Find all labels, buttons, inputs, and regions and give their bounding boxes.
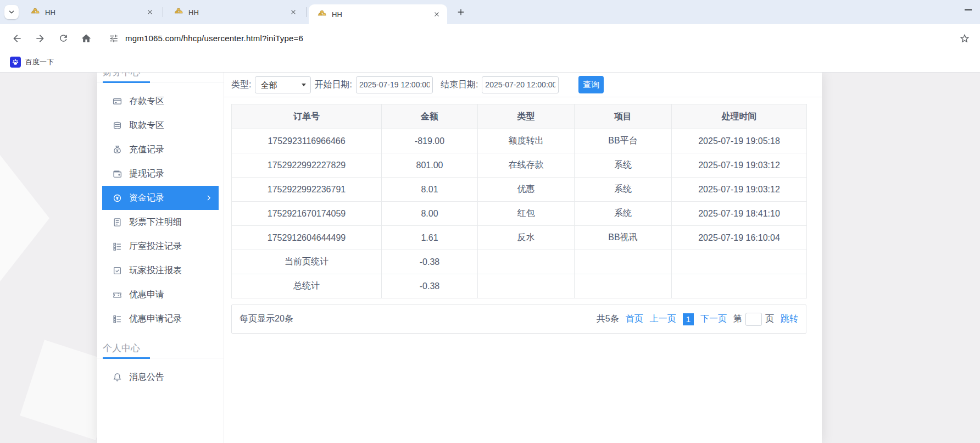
table-row: 1752923116966466 -819.00 额度转出 BB平台 2025-…: [232, 129, 807, 153]
cell-process-time: 2025-07-19 19:03:12: [672, 178, 807, 202]
bookmark-star-button[interactable]: [956, 30, 973, 47]
sidebar-item-label: 玩家投注报表: [129, 265, 182, 276]
cell-empty: [478, 274, 575, 298]
cell-order-no: 1752912604644499: [232, 226, 382, 250]
next-page-link[interactable]: 下一页: [700, 313, 727, 325]
finance-menu: 存款专区 取款专区 充值记录: [97, 89, 224, 331]
coin-yuan-icon: [113, 193, 122, 203]
end-date-input[interactable]: [482, 76, 559, 93]
sidebar-item-message-announcements[interactable]: 消息公告: [102, 365, 219, 389]
sidebar-item-promo-apply[interactable]: 优惠申请: [102, 283, 219, 307]
start-date-label: 开始日期:: [314, 79, 352, 91]
cell-empty: [478, 250, 575, 274]
back-button[interactable]: [8, 29, 26, 48]
sidebar-item-lottery-bet-details[interactable]: 彩票下注明细: [102, 210, 219, 234]
first-page-link[interactable]: 首页: [626, 313, 643, 325]
bookmark-baidu[interactable]: 百度一下: [5, 54, 58, 70]
sidebar-item-label: 厅室投注记录: [129, 241, 182, 252]
browser-navbar: mgm1065.com/hhcp/usercenter.html?iniType…: [0, 24, 980, 52]
prev-page-link[interactable]: 上一页: [650, 313, 676, 325]
browser-tab-3-active[interactable]: HH: [309, 4, 447, 24]
table-header-row: 订单号 金额 类型 项目 处理时间: [232, 104, 807, 129]
cell-empty: [575, 274, 672, 298]
cell-empty: [672, 274, 807, 298]
sidebar-item-player-bet-report[interactable]: 玩家投注报表: [102, 258, 219, 283]
tab-divider: [163, 7, 163, 17]
document-icon: [113, 218, 122, 227]
cell-amount: -0.38: [382, 250, 478, 274]
bank-card-icon: [113, 97, 122, 106]
tab-close-icon[interactable]: [145, 7, 155, 17]
type-label: 类型:: [231, 79, 251, 91]
sidebar-item-withdraw-zone[interactable]: 取款专区: [102, 113, 219, 137]
tab-close-icon[interactable]: [288, 7, 298, 17]
new-tab-button[interactable]: [454, 5, 468, 19]
list-records-icon: [113, 314, 122, 324]
cell-amount: 8.00: [382, 202, 478, 226]
url-text[interactable]: mgm1065.com/hhcp/usercenter.html?iniType…: [125, 34, 303, 43]
sidebar-item-fund-records[interactable]: 资金记录: [102, 186, 219, 210]
section-finance-label: 财务中心: [103, 73, 140, 77]
list-icon: [113, 242, 122, 251]
cell-project: BB视讯: [575, 226, 672, 250]
sidebar-item-promo-apply-records[interactable]: 优惠申请记录: [102, 307, 219, 331]
pager: 共5条 首页 上一页 1 下一页 第 页 跳转: [597, 313, 798, 326]
browser-tab-1[interactable]: HH: [22, 0, 160, 24]
sidebar: 财务中心 存款专区 取款专区: [97, 73, 224, 443]
home-button[interactable]: [77, 29, 96, 48]
page-jump-group: 第 页: [733, 313, 774, 326]
tab-title: HH: [332, 10, 432, 19]
site-favicon: [31, 7, 40, 18]
col-header-order-no: 订单号: [232, 104, 382, 129]
sidebar-item-withdrawal-records[interactable]: 提现记录: [102, 162, 219, 186]
tab-search-button[interactable]: [4, 5, 19, 19]
cell-process-time: 2025-07-19 19:03:12: [672, 153, 807, 178]
jump-link[interactable]: 跳转: [781, 313, 798, 325]
cell-process-time: 2025-07-19 16:10:04: [672, 226, 807, 250]
sidebar-item-label: 彩票下注明细: [129, 217, 182, 228]
sidebar-item-label: 取款专区: [129, 120, 164, 131]
start-date-input[interactable]: [356, 76, 433, 93]
forward-button[interactable]: [31, 29, 49, 48]
sidebar-item-label: 存款专区: [129, 96, 164, 107]
tune-icon: [109, 34, 119, 43]
forward-arrow-icon: [35, 33, 46, 44]
cell-amount: 8.01: [382, 178, 478, 202]
current-page-indicator: 1: [683, 313, 694, 325]
cell-empty: [575, 250, 672, 274]
minimize-button[interactable]: [960, 3, 976, 16]
col-header-process-time: 处理时间: [672, 104, 807, 129]
page-size-text: 每页显示20条: [240, 313, 293, 325]
sidebar-item-label: 优惠申请: [129, 289, 164, 301]
fund-records-table: 订单号 金额 类型 项目 处理时间 1752923116966466 -819.…: [231, 104, 807, 298]
sidebar-item-label: 消息公告: [129, 372, 164, 383]
jump-suffix-label: 页: [765, 313, 774, 325]
col-header-type: 类型: [478, 104, 575, 129]
col-header-project: 项目: [575, 104, 672, 129]
browser-tab-2[interactable]: HH: [165, 0, 304, 24]
site-settings-button[interactable]: [105, 30, 122, 47]
tab-close-icon[interactable]: [432, 9, 442, 19]
sidebar-item-recharge-records[interactable]: 充值记录: [102, 137, 219, 162]
cell-type: 额度转出: [478, 129, 575, 153]
cell-amount: -819.00: [382, 129, 478, 153]
back-arrow-icon: [12, 33, 23, 44]
type-select[interactable]: 全部: [255, 76, 311, 93]
cell-empty: [672, 250, 807, 274]
table-row: 1752922992227829 801.00 在线存款 系统 2025-07-…: [232, 153, 807, 178]
personal-menu: 消息公告: [97, 365, 224, 389]
table-row-page-total: 当前页统计 -0.38: [232, 250, 807, 274]
pagination-panel: 每页显示20条 共5条 首页 上一页 1 下一页 第 页 跳转: [231, 304, 806, 334]
page-jump-input[interactable]: [745, 313, 762, 326]
total-count-text: 共5条: [597, 313, 619, 325]
cell-type: 红包: [478, 202, 575, 226]
sidebar-item-label: 充值记录: [129, 144, 164, 156]
search-button[interactable]: 查询: [578, 76, 604, 93]
sidebar-item-deposit-zone[interactable]: 存款专区: [102, 89, 219, 113]
star-icon: [959, 33, 970, 44]
fund-records-content: 类型: 全部 开始日期: 结束日期: 查询 订单号 金额: [224, 73, 822, 443]
reload-button[interactable]: [54, 29, 73, 48]
money-bag-icon: [113, 145, 122, 154]
sidebar-item-hall-bet-records[interactable]: 厅室投注记录: [102, 234, 219, 258]
table-row: 1752922992236791 8.01 优惠 系统 2025-07-19 1…: [232, 178, 807, 202]
